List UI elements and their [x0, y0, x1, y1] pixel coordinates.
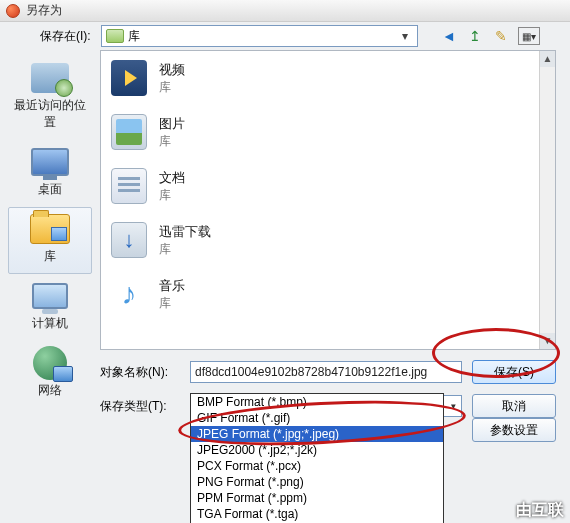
filetype-option[interactable]: PPM Format (*.ppm)	[191, 490, 443, 506]
up-one-level-icon[interactable]: ↥	[466, 27, 484, 45]
place-network[interactable]: 网络	[8, 341, 92, 408]
place-lib[interactable]: 库	[8, 207, 92, 274]
recent-icon	[30, 61, 70, 95]
file-name: 图片	[159, 115, 185, 133]
window-title: 另存为	[26, 2, 62, 19]
file-item[interactable]: 图片库	[101, 105, 555, 159]
filetype-option[interactable]: PCX Format (*.pcx)	[191, 458, 443, 474]
filetype-option[interactable]: JPEG2000 (*.jp2;*.j2k)	[191, 442, 443, 458]
file-name: 视频	[159, 61, 185, 79]
scroll-up-icon[interactable]: ▲	[540, 51, 555, 67]
back-icon[interactable]: ◄	[440, 27, 458, 45]
views-icon[interactable]: ▦▾	[518, 27, 540, 45]
file-desc: 库	[159, 79, 185, 96]
parameters-button[interactable]: 参数设置	[472, 418, 556, 442]
computer-icon	[30, 279, 70, 313]
cancel-button[interactable]: 取消	[472, 394, 556, 418]
dl-icon	[109, 220, 149, 260]
place-label: 网络	[9, 382, 91, 399]
file-desc: 库	[159, 241, 211, 258]
file-list-pane: 视频库图片库文档库迅雷下载库♪音乐库 ▲ ▼	[100, 50, 556, 350]
place-desktop[interactable]: 桌面	[8, 140, 92, 207]
video-icon	[109, 58, 149, 98]
place-label: 最近访问的位置	[9, 97, 91, 131]
place-computer[interactable]: 计算机	[8, 274, 92, 341]
place-label: 桌面	[9, 181, 91, 198]
new-folder-icon[interactable]: ✎	[492, 27, 510, 45]
scroll-down-icon[interactable]: ▼	[540, 333, 555, 349]
filetype-option[interactable]: GIF Format (*.gif)	[191, 410, 443, 426]
desktop-icon	[30, 145, 70, 179]
filename-label: 对象名称(N):	[100, 364, 180, 381]
file-name: 文档	[159, 169, 185, 187]
img-icon	[109, 112, 149, 152]
filetype-option[interactable]: BMP Format (*.bmp)	[191, 394, 443, 410]
library-icon	[106, 29, 124, 43]
doc-icon	[109, 166, 149, 206]
file-item[interactable]: 视频库	[101, 51, 555, 105]
watermark: 由互联	[510, 498, 570, 523]
title-bar: 另存为	[0, 0, 570, 22]
places-sidebar: 最近访问的位置桌面库计算机网络	[0, 50, 100, 350]
filetype-option[interactable]: PNG Format (*.png)	[191, 474, 443, 490]
file-item[interactable]: ♪音乐库	[101, 267, 555, 321]
file-desc: 库	[159, 133, 185, 150]
scrollbar[interactable]: ▲ ▼	[539, 51, 555, 349]
file-desc: 库	[159, 295, 185, 312]
music-icon: ♪	[109, 274, 149, 314]
toolbar: 保存在(I): 库 ▾ ◄ ↥ ✎ ▦▾	[0, 22, 570, 50]
save-button[interactable]: 保存(S)	[472, 360, 556, 384]
filetype-option[interactable]: TGA Format (*.tga)	[191, 506, 443, 522]
network-icon	[30, 346, 70, 380]
save-in-value: 库	[128, 28, 397, 45]
file-name: 迅雷下载	[159, 223, 211, 241]
chevron-down-icon: ▾	[397, 29, 413, 43]
save-in-label: 保存在(I):	[40, 28, 91, 45]
file-item[interactable]: 迅雷下载库	[101, 213, 555, 267]
filetype-option[interactable]: JPEG Format (*.jpg;*.jpeg)	[191, 426, 443, 442]
file-item[interactable]: 文档库	[101, 159, 555, 213]
place-label: 库	[9, 248, 91, 265]
save-in-dropdown[interactable]: 库 ▾	[101, 25, 418, 47]
file-desc: 库	[159, 187, 185, 204]
filetype-dropdown-list[interactable]: BMP Format (*.bmp)GIF Format (*.gif)JPEG…	[190, 393, 444, 523]
app-icon	[6, 4, 20, 18]
lib-icon	[30, 212, 70, 246]
file-name: 音乐	[159, 277, 185, 295]
filename-input[interactable]: df8dcd1004e9102b8728b4710b9122f1e.jpg	[190, 361, 462, 383]
place-label: 计算机	[9, 315, 91, 332]
filetype-label: 保存类型(T):	[100, 398, 180, 415]
place-recent[interactable]: 最近访问的位置	[8, 56, 92, 140]
